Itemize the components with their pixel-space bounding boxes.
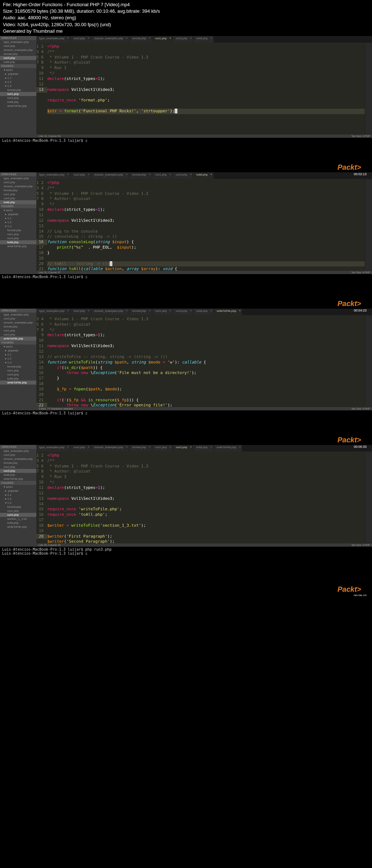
folder-item[interactable]: run1.php bbox=[0, 232, 36, 236]
editor-tab[interactable]: closure_examples.php× bbox=[91, 445, 129, 451]
editor-tab-active[interactable]: run3.php× bbox=[173, 445, 194, 451]
editor-tab[interactable]: toAll.php× bbox=[193, 445, 214, 451]
editor-tab[interactable]: toAll.php× bbox=[193, 309, 214, 315]
code-area[interactable]: 1 2 3 4 5 6 7 8 9 10 11 12 13 14 15 16 1… bbox=[36, 179, 372, 271]
folder-item[interactable]: section_1_3.txt bbox=[0, 517, 36, 521]
editor-tab[interactable]: format.php× bbox=[129, 309, 152, 315]
folder-item[interactable]: ▸ 1.2 bbox=[0, 497, 36, 501]
sidebar-file-active[interactable]: run3.php bbox=[0, 56, 36, 60]
code-content[interactable]: <?php /** * Volume 1 - PHP Crash Course … bbox=[47, 44, 365, 133]
folder-item-active[interactable]: toAll.php bbox=[0, 240, 36, 244]
editor-tab[interactable]: run2.php× bbox=[70, 36, 91, 43]
close-icon[interactable]: × bbox=[190, 309, 191, 312]
folder-item[interactable]: ▸ 1.1 bbox=[0, 216, 36, 220]
close-icon[interactable]: × bbox=[170, 309, 171, 312]
sidebar-file[interactable]: closure_examples.php bbox=[0, 321, 36, 325]
close-icon[interactable]: × bbox=[170, 37, 171, 39]
code-area[interactable]: 3 4 5 6 7 8 9 10 11 12 13 14 15 16 17 18… bbox=[36, 315, 372, 407]
code-content[interactable]: <?php /** * Volume 1 - PHP Crash Course … bbox=[47, 453, 365, 542]
minimap[interactable] bbox=[365, 317, 372, 406]
folder-item[interactable]: format.php bbox=[0, 88, 36, 92]
folder-item[interactable]: ▸ 1.1 bbox=[0, 493, 36, 497]
sidebar-file[interactable]: type_examples.php bbox=[0, 40, 36, 44]
terminal[interactable]: Luis-Atencios-MacBook-Pro:1.3 luijar$ ph… bbox=[0, 547, 372, 556]
sidebar-file[interactable]: run2.php bbox=[0, 180, 36, 184]
folder-item[interactable]: ▾ sect1 bbox=[0, 208, 36, 212]
minimap[interactable] bbox=[365, 180, 372, 269]
folder-item-active[interactable]: run3.php bbox=[0, 513, 36, 517]
sidebar-file[interactable]: run1.php bbox=[0, 465, 36, 469]
folder-item[interactable]: run3.php bbox=[0, 236, 36, 240]
folder-item[interactable]: ▾ 1.3 bbox=[0, 224, 36, 228]
close-icon[interactable]: × bbox=[126, 309, 128, 312]
folder-item[interactable]: writeToFile.php bbox=[0, 104, 36, 108]
sidebar-file[interactable]: type_examples.php bbox=[0, 313, 36, 317]
folder-item[interactable]: ▸ 1.1 bbox=[0, 76, 36, 80]
folder-item[interactable]: run3.php bbox=[0, 373, 36, 377]
editor-tab[interactable]: run3.php× bbox=[173, 36, 194, 43]
close-icon[interactable]: × bbox=[88, 309, 89, 312]
code-area[interactable]: 1 2 3 4 5 6 7 8 9 10 11 12 13 <?php /** … bbox=[36, 43, 372, 134]
sidebar-file[interactable]: closure_examples.php bbox=[0, 48, 36, 52]
sidebar-file[interactable]: writeToFile.php bbox=[0, 477, 36, 481]
sidebar-file[interactable]: run1.php bbox=[0, 192, 36, 196]
folder-item[interactable]: ▸ .phpintel bbox=[0, 72, 36, 76]
folder-item[interactable]: toAll.php bbox=[0, 100, 36, 104]
close-icon[interactable]: × bbox=[88, 37, 89, 39]
editor-tab[interactable]: writeToFile.php× bbox=[214, 445, 243, 451]
folder-item[interactable]: run1.php bbox=[0, 369, 36, 373]
close-icon[interactable]: × bbox=[190, 446, 191, 448]
folder-item[interactable]: ▸ 1.2 bbox=[0, 357, 36, 361]
folder-item[interactable]: ▸ 1.2 bbox=[0, 80, 36, 84]
close-icon[interactable]: × bbox=[239, 446, 240, 448]
minimap[interactable] bbox=[365, 44, 372, 133]
close-icon[interactable]: × bbox=[67, 446, 69, 448]
editor-tab-active[interactable]: writeToFile.php× bbox=[214, 309, 243, 315]
editor-tab[interactable]: toAll.php× bbox=[193, 36, 214, 43]
folder-item-active[interactable]: run1.php bbox=[0, 92, 36, 96]
close-icon[interactable]: × bbox=[190, 37, 191, 39]
editor-tab[interactable]: type_examples.php× bbox=[36, 172, 70, 179]
close-icon[interactable]: × bbox=[149, 173, 150, 176]
sidebar-file[interactable]: closure_examples.php bbox=[0, 184, 36, 188]
sidebar-file[interactable]: run2.php bbox=[0, 453, 36, 457]
sidebar-file[interactable]: toAll.php bbox=[0, 60, 36, 64]
close-icon[interactable]: × bbox=[67, 173, 69, 176]
terminal[interactable]: Luis-Atencios-MacBook-Pro:1.3 luijar$ ▯ bbox=[0, 410, 372, 416]
editor-tab[interactable]: closure_examples.php× bbox=[91, 172, 129, 179]
editor-tab[interactable]: type_examples.php× bbox=[36, 445, 70, 451]
close-icon[interactable]: × bbox=[211, 309, 212, 312]
close-icon[interactable]: × bbox=[88, 446, 89, 448]
sidebar-file[interactable]: format.php bbox=[0, 52, 36, 56]
folder-item[interactable]: ▾ 1.3 bbox=[0, 501, 36, 505]
close-icon[interactable]: × bbox=[88, 173, 89, 176]
editor-tab[interactable]: run3.php× bbox=[173, 172, 194, 179]
editor-tab[interactable]: run1.php× bbox=[152, 309, 173, 315]
folder-item[interactable]: writeToFile.php bbox=[0, 525, 36, 529]
folder-item[interactable]: ▸ .phpintel bbox=[0, 489, 36, 493]
folder-item[interactable]: ▾ 1.3 bbox=[0, 84, 36, 88]
sidebar-file[interactable]: type_examples.php bbox=[0, 176, 36, 180]
folder-item[interactable]: toAll.php bbox=[0, 377, 36, 381]
sidebar-file[interactable]: toAll.php bbox=[0, 473, 36, 477]
folder-item[interactable]: ▸ 1.2 bbox=[0, 220, 36, 224]
folder-item-active[interactable]: writeToFile.php bbox=[0, 381, 36, 385]
sidebar-file-active[interactable]: toAll.php bbox=[0, 200, 36, 204]
editor-tab[interactable]: format.php× bbox=[129, 36, 152, 43]
close-icon[interactable]: × bbox=[149, 309, 150, 312]
terminal[interactable]: Luis-Atencios-MacBook-Pro:1.3 luijar$ ▯ bbox=[0, 138, 372, 143]
close-icon[interactable]: × bbox=[126, 37, 128, 39]
editor-tab[interactable]: type_examples.php× bbox=[36, 309, 70, 315]
editor-tab[interactable]: run2.php× bbox=[70, 445, 91, 451]
sidebar-file[interactable]: run1.php bbox=[0, 329, 36, 333]
editor-tab[interactable]: closure_examples.php× bbox=[91, 309, 129, 315]
editor-tab[interactable]: run3.php× bbox=[173, 309, 194, 315]
close-icon[interactable]: × bbox=[149, 446, 150, 448]
editor-tab[interactable]: run1.php× bbox=[152, 172, 173, 179]
sidebar-file[interactable]: closure_examples.php bbox=[0, 457, 36, 461]
sidebar-file[interactable]: format.php bbox=[0, 325, 36, 329]
code-content[interactable]: * Volume 1 - PHP Crash Course - Video 1.… bbox=[47, 317, 365, 406]
sidebar-file-active[interactable]: writeToFile.php bbox=[0, 337, 36, 341]
close-icon[interactable]: × bbox=[211, 173, 212, 176]
editor-tab-active[interactable]: toAll.php× bbox=[193, 172, 214, 179]
